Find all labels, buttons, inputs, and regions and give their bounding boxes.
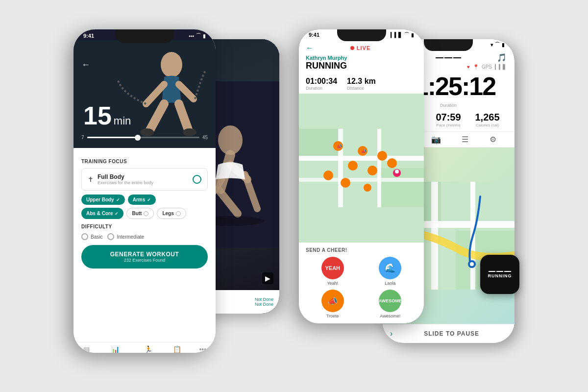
bottom-nav: ▤ Feed 📊 Progress 🏃 Workouts 📋: [74, 342, 216, 353]
svg-point-38: [348, 161, 358, 171]
time: 9:41: [83, 33, 94, 39]
feed-icon: ▤: [83, 345, 90, 353]
back-button[interactable]: ←: [81, 60, 90, 70]
chip-butt[interactable]: Butt: [126, 208, 154, 219]
play-button[interactable]: ▶: [262, 272, 273, 284]
tracker-signal: ▾: [490, 42, 493, 48]
svg-rect-32: [299, 178, 424, 182]
chip-upper-body[interactable]: Upper Body ✓: [81, 195, 125, 205]
awesome-label: Awesome!: [380, 314, 400, 318]
radio-legs: [176, 211, 181, 216]
workouts-icon: 🏃: [144, 345, 152, 353]
heart-icon: ♥: [467, 64, 470, 70]
cheer-title: SEND A CHEER!: [306, 247, 417, 253]
radio-basic[interactable]: [81, 233, 88, 240]
not-done-1: Not Done: [255, 297, 273, 302]
nav-feed[interactable]: ▤ Feed: [82, 345, 91, 353]
cheer-laola[interactable]: 🌊 Laola: [364, 257, 417, 286]
generate-workout-button[interactable]: GENERATE WORKOUT 232 Exercises Found: [81, 245, 208, 269]
live-header: ← LIVE Kathryn Murphy RUNNING: [299, 39, 424, 74]
difficulty-row: Basic Intermediate: [81, 233, 208, 240]
cheer-grid: YEAH Yeah! 🌊 Laola 📣: [306, 257, 417, 318]
live-signal: ▎▍▋: [391, 32, 402, 38]
chip-legs-label: Legs: [162, 211, 173, 216]
radio-intermediate[interactable]: [107, 233, 114, 240]
slide-to-pause[interactable]: › SLIDE TO PAUSE: [382, 324, 514, 343]
svg-point-43: [364, 184, 371, 192]
more-icon: •••: [199, 345, 206, 353]
svg-text:📣: 📣: [336, 143, 343, 149]
nav-more[interactable]: ••• More: [198, 345, 207, 353]
stat-duration: 01:00:34 Duration: [306, 77, 337, 91]
chip-arms-label: Arms: [133, 197, 146, 202]
full-body-option[interactable]: ✝ Full Body Exercises for the entire bod…: [81, 168, 208, 191]
adidas-logo: [436, 57, 461, 58]
calories-value: 1,265: [475, 112, 499, 123]
svg-point-42: [341, 178, 350, 188]
live-status-icons: ▎▍▋ ⌒ ▮: [391, 31, 414, 38]
live-map: 📣 📣: [299, 94, 424, 243]
slide-arrow-icon: ›: [390, 329, 392, 338]
cheer-yeah[interactable]: YEAH Yeah!: [306, 257, 360, 286]
difficulty-title: DIFFICULTY: [81, 224, 208, 229]
live-wifi: ⌒: [404, 31, 409, 38]
yeah-label: Yeah!: [327, 281, 338, 286]
slider-min: 7: [81, 135, 84, 140]
battery-icon: ▮: [203, 33, 206, 39]
wifi-icon: ⌒: [196, 32, 201, 39]
pace-label: Pace (min/mi): [436, 123, 461, 127]
progress-icon: 📊: [111, 345, 120, 353]
stat-distance: 12.3 km Distance: [347, 77, 376, 91]
svg-point-25: [470, 262, 474, 266]
nav-progress[interactable]: 📊 Progress: [107, 345, 123, 353]
svg-rect-29: [299, 156, 424, 161]
body-icon: ✝: [88, 175, 94, 183]
signal-bars: ▎▍▋: [495, 64, 507, 70]
live-stats: 01:00:34 Duration 12.3 km Distance: [299, 74, 424, 94]
live-back-button[interactable]: ←: [306, 44, 314, 52]
svg-rect-31: [377, 129, 381, 207]
nav-plan[interactable]: 📋 Plan: [173, 345, 181, 353]
workout-phone: 9:41 ▪▪▪ ⌒ ▮: [74, 29, 216, 353]
cheer-troete[interactable]: 📣 Troete: [306, 290, 360, 318]
chip-legs[interactable]: Legs: [157, 208, 186, 219]
svg-text:📣: 📣: [361, 148, 367, 154]
workout-timer: 15min: [83, 103, 131, 128]
timer-number: 15: [83, 101, 112, 130]
gps-label: GPS: [482, 64, 492, 70]
runner-name: Kathryn Murphy: [306, 55, 417, 61]
slider-track[interactable]: [87, 137, 199, 138]
duration-label: Duration: [306, 86, 337, 91]
yeah-icon: YEAH: [321, 257, 344, 279]
running-app-icon[interactable]: RUNNING: [480, 255, 519, 294]
settings-tool-icon[interactable]: ⚙: [490, 135, 496, 144]
svg-point-39: [368, 166, 377, 175]
chip-abs-core[interactable]: Abs & Core ✓: [81, 208, 123, 219]
pace-value: 07:59: [436, 112, 461, 123]
duration-slider[interactable]: 7 45: [81, 135, 208, 140]
slider-max: 45: [202, 135, 208, 140]
music-icon[interactable]: 🎵: [497, 53, 507, 62]
camera-tool-icon[interactable]: 📷: [431, 135, 441, 144]
list-tool-icon[interactable]: ☰: [462, 135, 468, 144]
difficulty-basic[interactable]: Basic: [81, 233, 102, 240]
check-icon-upper: ✓: [116, 197, 120, 202]
live-time: 9:41: [309, 32, 319, 38]
difficulty-intermediate[interactable]: Intermediate: [107, 233, 144, 240]
svg-point-45: [395, 170, 399, 173]
cheer-awesome[interactable]: AWESOME Awesome!: [364, 290, 417, 318]
full-body-radio[interactable]: [193, 175, 201, 184]
notch-tracker: [424, 39, 473, 51]
nav-workouts[interactable]: 🏃 Workouts: [140, 345, 157, 353]
tracker-battery: ▮: [502, 42, 505, 48]
full-body-label: Full Body: [98, 173, 193, 180]
check-icon-arms: ✓: [147, 197, 151, 202]
chip-row-2: Abs & Core ✓ Butt Legs: [81, 208, 208, 219]
radio-butt: [144, 211, 148, 216]
full-body-text: Full Body Exercises for the entire body: [98, 173, 193, 185]
left-phone-group: PLANK L mediate ▶ TRAIN: [74, 29, 279, 363]
slide-text: SLIDE TO PAUSE: [396, 330, 507, 337]
chip-arms[interactable]: Arms ✓: [128, 195, 156, 205]
distance-value: 12.3 km: [347, 77, 376, 86]
workout-body: TRAINING FOCUS ✝ Full Body Exercises for…: [74, 148, 216, 342]
